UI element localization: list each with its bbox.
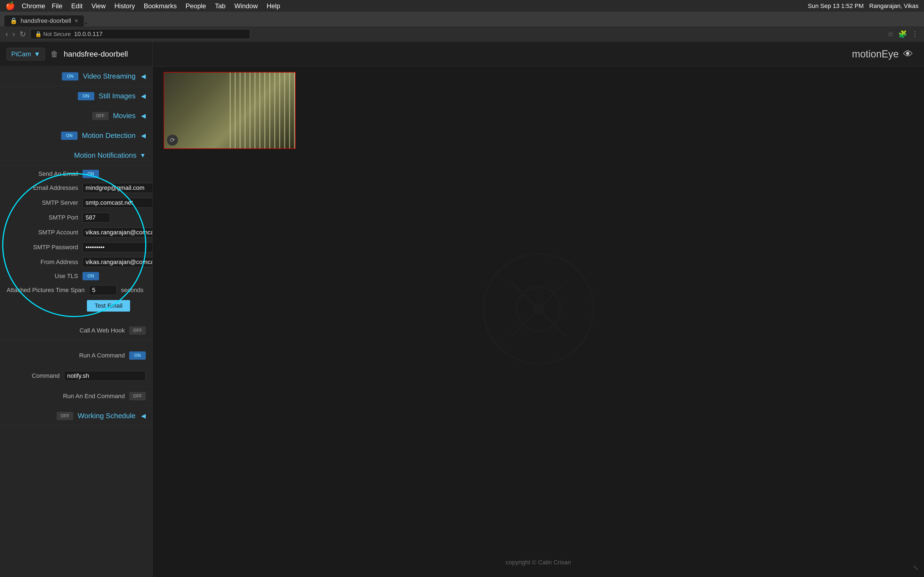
menu-tab[interactable]: Tab [215, 2, 226, 10]
working-schedule-toggle[interactable]: OFF [57, 412, 73, 420]
motion-detection-label: Motion Detection [82, 131, 136, 140]
web-hook-toggle[interactable]: OFF [129, 326, 146, 335]
menu-items: File Edit View History Bookmarks People … [52, 2, 280, 10]
smtp-server-input[interactable] [82, 198, 153, 208]
from-address-input[interactable] [82, 257, 153, 267]
refresh-button[interactable]: ↻ [19, 30, 26, 39]
forward-button[interactable]: › [12, 30, 15, 39]
menu-file[interactable]: File [52, 2, 62, 10]
use-tls-toggle[interactable]: ON [82, 272, 99, 280]
motioneye-title: motionEye [852, 48, 899, 60]
device-name: handsfree-doorbell [64, 50, 128, 58]
menu-right: Sun Sep 13 1:52 PM Rangarajan, Vikas [808, 2, 919, 10]
smtp-port-row: SMTP Port [6, 213, 146, 222]
command-row: Command [0, 366, 152, 387]
apple-menu[interactable]: 🍎 [5, 2, 15, 10]
app-container: PiCam ▼ 🗑 handsfree-doorbell ON Video St… [0, 42, 924, 577]
use-tls-label: Use TLS [6, 272, 78, 280]
working-schedule-collapse-icon[interactable]: ◀ [141, 413, 146, 419]
still-images-toggle[interactable]: ON [78, 92, 94, 100]
menu-icon[interactable]: ⋮ [911, 30, 919, 39]
movies-toggle[interactable]: OFF [92, 112, 108, 120]
blind-effect [229, 73, 295, 148]
movies-label: Movies [113, 111, 136, 120]
motion-notifications-header[interactable]: Motion Notifications ▼ [0, 146, 152, 165]
email-addresses-input[interactable] [82, 183, 153, 193]
bookmark-icon[interactable]: ☆ [887, 30, 894, 39]
url-text: 10.0.0.117 [74, 31, 103, 38]
camera-name: PiCam [11, 50, 31, 58]
end-command-toggle[interactable]: OFF [129, 392, 146, 400]
motion-detection-collapse-icon[interactable]: ◀ [141, 132, 146, 139]
send-email-label: Send An Email [6, 170, 78, 177]
web-hook-section: Call A Web Hook OFF [0, 321, 152, 340]
run-command-section: Run A Command ON [0, 346, 152, 366]
not-secure-label: 🔒 Not Secure [35, 31, 71, 37]
movies-section: OFF Movies ◀ [0, 106, 152, 126]
resize-handle[interactable]: ⤡ [913, 564, 919, 572]
smtp-server-row: SMTP Server [6, 198, 146, 208]
attached-pictures-input[interactable] [89, 285, 116, 295]
video-streaming-label: Video Streaming [83, 72, 136, 81]
camera-select-arrow: ▼ [34, 50, 40, 58]
extensions-icon[interactable]: 🧩 [898, 30, 907, 39]
video-streaming-collapse-icon[interactable]: ◀ [141, 73, 146, 80]
menu-time: Sun Sep 13 1:52 PM [808, 2, 864, 10]
motion-notifications-arrow[interactable]: ▼ [140, 152, 146, 159]
test-email-button[interactable]: Test Email [87, 300, 130, 311]
menu-edit[interactable]: Edit [71, 2, 82, 10]
working-schedule-section: OFF Working Schedule ◀ [0, 406, 152, 426]
copyright-text: copyright © Calin Crisan [506, 559, 571, 566]
video-streaming-toggle[interactable]: ON [62, 72, 78, 81]
send-email-row: Send An Email ON [6, 170, 146, 178]
motioneye-logo: motionEye 👁 [852, 48, 913, 60]
new-tab-button[interactable]: ＋ [84, 21, 88, 26]
url-input[interactable]: 🔒 Not Secure 10.0.0.117 [30, 29, 250, 39]
right-panel: motionEye 👁 ⟳ copyright © Calin Crisan [153, 42, 924, 577]
menu-view[interactable]: View [91, 2, 106, 10]
left-panel: PiCam ▼ 🗑 handsfree-doorbell ON Video St… [0, 42, 153, 577]
motion-notifications-form: Send An Email ON Email Addresses SMTP Se… [0, 165, 152, 321]
menu-help[interactable]: Help [267, 2, 280, 10]
still-images-collapse-icon[interactable]: ◀ [141, 93, 146, 100]
tab-close-button[interactable]: ✕ [74, 18, 78, 24]
smtp-account-label: SMTP Account [6, 229, 78, 236]
camera-image: ⟳ [164, 73, 295, 148]
address-bar: ‹ › ↻ 🔒 Not Secure 10.0.0.117 ☆ 🧩 ⋮ [0, 26, 924, 42]
movies-collapse-icon[interactable]: ◀ [141, 112, 146, 119]
menu-bookmarks[interactable]: Bookmarks [144, 2, 177, 10]
command-label: Command [0, 372, 60, 379]
motion-detection-toggle[interactable]: ON [61, 132, 78, 140]
browser-tab[interactable]: 🔒 handsfree-doorbell ✕ [5, 15, 84, 26]
web-hook-label: Call A Web Hook [6, 327, 125, 334]
left-panel-header: PiCam ▼ 🗑 handsfree-doorbell [0, 42, 152, 66]
browser-chrome: 🔒 handsfree-doorbell ✕ ＋ ‹ › ↻ 🔒 Not Sec… [0, 12, 924, 42]
from-address-label: From Address [6, 259, 78, 266]
delete-camera-button[interactable]: 🗑 [51, 50, 58, 58]
attached-pictures-label: Attached Pictures Time Span [6, 287, 85, 294]
camera-select[interactable]: PiCam ▼ [6, 48, 45, 60]
motion-notifications-label: Motion Notifications [74, 151, 136, 160]
tab-favicon: 🔒 [10, 17, 17, 24]
camera-feed: ⟳ [164, 72, 296, 149]
smtp-account-input[interactable] [82, 227, 153, 237]
menu-window[interactable]: Window [234, 2, 258, 10]
run-command-toggle[interactable]: ON [129, 351, 146, 359]
smtp-password-label: SMTP Password [6, 244, 78, 251]
smtp-port-label: SMTP Port [6, 214, 78, 221]
attached-pictures-row: Attached Pictures Time Span seconds [6, 285, 146, 295]
menu-people[interactable]: People [186, 2, 206, 10]
use-tls-row: Use TLS ON [6, 272, 146, 280]
menu-chrome[interactable]: Chrome [22, 2, 45, 10]
smtp-password-input[interactable] [82, 242, 153, 252]
back-button[interactable]: ‹ [5, 30, 8, 39]
end-command-label: Run An End Command [6, 393, 125, 400]
email-addresses-label: Email Addresses [6, 184, 78, 192]
send-email-toggle[interactable]: ON [82, 170, 99, 178]
tab-title: handsfree-doorbell [21, 17, 71, 24]
command-input[interactable] [64, 371, 146, 381]
smtp-server-label: SMTP Server [6, 199, 78, 206]
app-header-right: motionEye 👁 [153, 42, 924, 66]
menu-history[interactable]: History [115, 2, 135, 10]
smtp-port-input[interactable] [82, 213, 110, 222]
